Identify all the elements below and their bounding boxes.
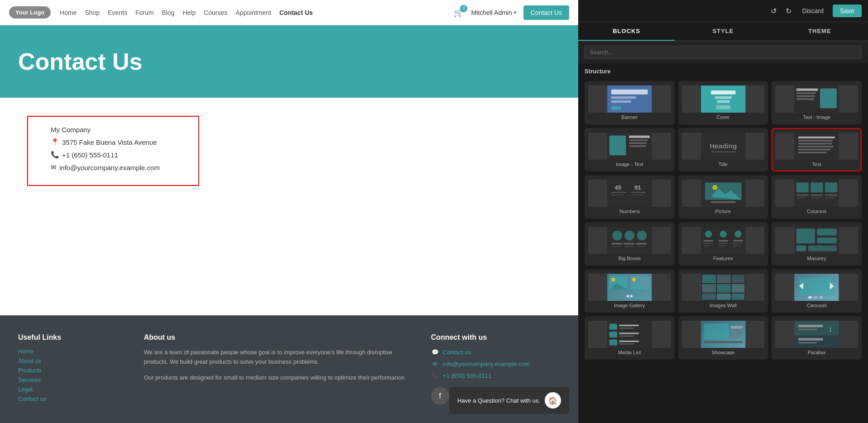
svg-rect-60 bbox=[636, 243, 647, 244]
svg-point-55 bbox=[612, 231, 622, 241]
block-banner-thumb bbox=[588, 86, 671, 113]
block-banner[interactable]: Banner bbox=[585, 81, 675, 124]
block-carousel[interactable]: Carousel bbox=[772, 269, 862, 313]
logo[interactable]: Your Logo bbox=[9, 6, 51, 19]
block-showcase-label: Showcase bbox=[712, 350, 735, 355]
footer-link-about[interactable]: About us bbox=[18, 357, 126, 364]
nav-blog[interactable]: Blog bbox=[162, 9, 174, 16]
svg-rect-78 bbox=[796, 228, 815, 243]
block-banner-label: Banner bbox=[622, 114, 638, 120]
redo-button[interactable]: ↻ bbox=[784, 5, 793, 17]
svg-rect-13 bbox=[796, 95, 815, 97]
tab-style[interactable]: STYLE bbox=[675, 22, 771, 41]
admin-dropdown[interactable]: Mitchell Admin ▾ bbox=[471, 9, 516, 16]
nav-courses[interactable]: Courses bbox=[204, 9, 227, 16]
svg-rect-36 bbox=[631, 192, 646, 193]
svg-point-67 bbox=[734, 231, 741, 238]
svg-rect-113 bbox=[619, 333, 639, 334]
svg-rect-124 bbox=[704, 342, 742, 343]
footer-link-contact[interactable]: Contact us bbox=[18, 395, 126, 402]
svg-rect-19 bbox=[629, 139, 647, 141]
svg-rect-51 bbox=[796, 197, 806, 198]
block-images-wall-thumb bbox=[682, 274, 765, 301]
pin-icon: 📍 bbox=[51, 138, 59, 146]
svg-rect-71 bbox=[703, 243, 712, 244]
svg-rect-112 bbox=[609, 332, 617, 337]
connect-contact-us[interactable]: 💬 Contact us bbox=[431, 348, 560, 356]
nav-contact[interactable]: Contact Us bbox=[279, 9, 313, 16]
home-icon: 🏠 bbox=[545, 392, 561, 409]
address: 📍 3575 Fake Buena Vista Avenue bbox=[51, 138, 185, 146]
nav-home[interactable]: Home bbox=[60, 9, 77, 16]
nav-help[interactable]: Help bbox=[182, 9, 196, 16]
block-images-wall[interactable]: Images Wall bbox=[678, 269, 768, 313]
svg-point-42 bbox=[712, 185, 717, 190]
block-features[interactable]: Features bbox=[678, 222, 768, 266]
svg-rect-45 bbox=[796, 183, 809, 193]
nav-events[interactable]: Events bbox=[108, 9, 127, 16]
footer-link-legal[interactable]: Legal bbox=[18, 386, 126, 393]
block-big-boxes[interactable]: Big Boxes bbox=[585, 222, 675, 266]
svg-text:↕: ↕ bbox=[829, 325, 833, 333]
svg-point-66 bbox=[719, 231, 726, 238]
block-title[interactable]: Heading Title bbox=[678, 128, 768, 171]
svg-rect-38 bbox=[631, 195, 643, 195]
block-parallax-label: Parallax bbox=[808, 350, 826, 355]
footer-link-products[interactable]: Products bbox=[18, 367, 126, 374]
nav-forum[interactable]: Forum bbox=[135, 9, 153, 16]
chat-bubble[interactable]: Have a Question? Chat with us. 🏠 bbox=[449, 387, 569, 414]
svg-rect-30 bbox=[798, 149, 830, 150]
block-parallax[interactable]: ↕ Parallax bbox=[772, 316, 862, 360]
block-numbers[interactable]: 45 91 Numbers bbox=[585, 175, 675, 219]
facebook-icon[interactable]: f bbox=[431, 387, 449, 405]
svg-rect-62 bbox=[624, 246, 633, 247]
phone: 📞 +1 (650) 555-0111 bbox=[51, 151, 185, 159]
svg-rect-94 bbox=[732, 275, 744, 283]
connect-email[interactable]: ✉ info@yourcompany.example.com bbox=[431, 360, 560, 368]
footer-link-services[interactable]: Services bbox=[18, 376, 126, 383]
block-media-list[interactable]: Media List bbox=[585, 316, 675, 360]
block-showcase[interactable]: Showcase bbox=[678, 316, 768, 360]
block-text[interactable]: Text bbox=[772, 128, 862, 171]
block-text-image[interactable]: Text - Image bbox=[772, 81, 862, 124]
contact-us-button[interactable]: Contact Us bbox=[523, 5, 569, 20]
svg-point-56 bbox=[624, 231, 634, 241]
svg-rect-21 bbox=[629, 145, 646, 147]
block-cover[interactable]: Cover bbox=[678, 81, 768, 124]
cart-icon[interactable]: 🛒 0 bbox=[454, 8, 464, 18]
svg-rect-12 bbox=[796, 92, 816, 94]
block-columns[interactable]: Columns bbox=[772, 175, 862, 219]
right-panel: ↺ ↻ Discard Save BLOCKS STYLE THEME Stru… bbox=[578, 0, 868, 423]
block-numbers-thumb: 45 91 bbox=[588, 180, 671, 207]
svg-rect-128 bbox=[798, 325, 823, 327]
tab-blocks[interactable]: BLOCKS bbox=[578, 22, 675, 41]
block-image-gallery[interactable]: ◀ ▶ Image Gallery bbox=[585, 269, 675, 313]
block-features-label: Features bbox=[713, 256, 733, 261]
svg-rect-20 bbox=[629, 143, 647, 144]
svg-rect-28 bbox=[798, 143, 832, 144]
svg-rect-61 bbox=[612, 246, 621, 247]
admin-name: Mitchell Admin bbox=[471, 9, 512, 16]
undo-button[interactable]: ↺ bbox=[769, 5, 778, 17]
discard-button[interactable]: Discard bbox=[799, 5, 827, 16]
tab-theme[interactable]: THEME bbox=[772, 22, 868, 41]
svg-rect-105 bbox=[808, 296, 812, 298]
block-cover-thumb bbox=[682, 86, 765, 113]
svg-rect-117 bbox=[619, 343, 634, 344]
block-carousel-label: Carousel bbox=[807, 303, 827, 308]
footer-useful-links: Useful Links Home About us Products Serv… bbox=[18, 333, 126, 405]
search-input[interactable] bbox=[585, 46, 862, 59]
svg-rect-58 bbox=[611, 243, 622, 244]
block-picture[interactable]: Picture bbox=[678, 175, 768, 219]
save-button[interactable]: Save bbox=[833, 5, 862, 17]
block-image-text[interactable]: Image - Text bbox=[585, 128, 675, 171]
block-masonry[interactable]: Masonry bbox=[772, 222, 862, 266]
svg-rect-50 bbox=[825, 195, 837, 196]
svg-rect-47 bbox=[825, 183, 837, 193]
svg-rect-48 bbox=[796, 195, 809, 196]
nav-appointment[interactable]: Appointment bbox=[235, 9, 271, 16]
footer-link-home[interactable]: Home bbox=[18, 348, 126, 355]
connect-phone[interactable]: 📞 +1 (650) 555-0111 bbox=[431, 371, 560, 380]
svg-point-89 bbox=[632, 278, 636, 282]
nav-shop[interactable]: Shop bbox=[85, 9, 100, 16]
